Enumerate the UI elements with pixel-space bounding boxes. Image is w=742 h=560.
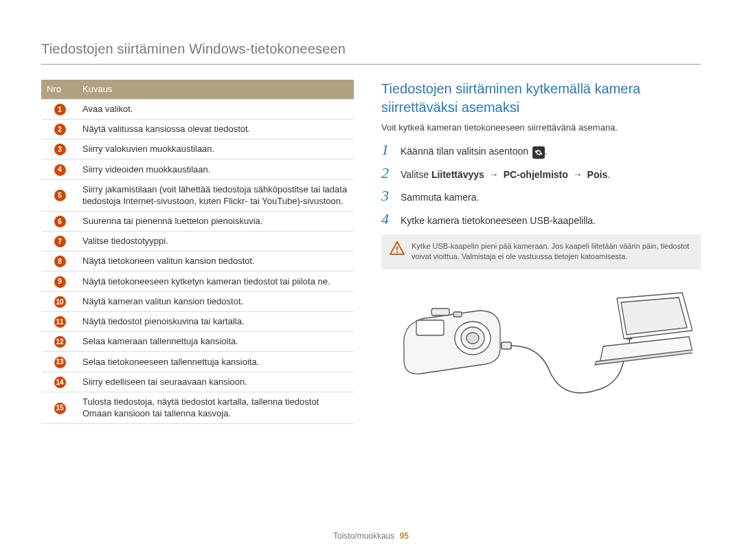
row-number-badge: 4 [54,164,66,176]
row-description: Siirry videoiden muokkaustilaan. [77,159,354,179]
footer-label: Toisto/muokkaus [333,531,394,541]
row-number-cell: 13 [41,352,77,372]
row-number-badge: 5 [54,190,66,201]
svg-point-1 [396,251,398,253]
warning-box: Kytke USB-kaapelin pieni pää kameraan. J… [381,234,701,269]
table-row: 11Näytä tiedostot pienoiskuvina tai kart… [41,311,354,331]
row-number-badge: 15 [54,403,66,414]
step-number: 2 [381,166,394,181]
row-number-cell: 7 [41,231,77,251]
row-number-cell: 4 [41,159,77,179]
row-number-cell: 8 [41,251,77,271]
warning-text: Kytke USB-kaapelin pieni pää kameraan. J… [412,241,693,262]
table-row: 4Siirry videoiden muokkaustilaan. [41,159,354,179]
row-description: Suurenna tai pienennä luettelon pienoisk… [77,211,354,231]
table-row: 13Selaa tietokoneeseen tallennettuja kan… [41,352,354,372]
step-text: Käännä tilan valitsin asentoon . [401,144,701,159]
row-number-badge: 6 [54,216,66,227]
row-number-badge: 2 [54,124,66,135]
table-row: 10Näytä kameran valitun kansion tiedosto… [41,291,354,311]
table-row: 7Valitse tiedostotyyppi. [41,231,354,251]
row-number-badge: 8 [54,256,66,267]
row-number-cell: 9 [41,271,77,291]
step-item: 2Valitse Liitettävyys → PC-ohjelmisto → … [381,166,701,181]
row-description: Avaa valikot. [77,99,354,119]
table-row: 5Siirry jakamistilaan (voit lähettää tie… [41,179,354,211]
gear-icon [532,146,545,159]
table-row: 9Näytä tietokoneeseen kytketyn kameran t… [41,271,354,291]
svg-rect-8 [502,342,511,349]
table-row: 15Tulosta tiedostoja, näytä tiedostot ka… [41,392,354,423]
warning-icon [390,241,405,262]
row-number-cell: 10 [41,291,77,311]
step-text: Valitse Liitettävyys → PC-ohjelmisto → P… [401,168,701,181]
row-number-badge: 13 [54,357,66,368]
row-description: Näytä kameran valitun kansion tiedostot. [77,291,354,311]
description-table: Nro Kuvaus 1Avaa valikot.2Näytä valituss… [41,80,354,424]
footer-page: 95 [400,531,409,541]
row-description: Siirry valokuvien muokkaustilaan. [77,139,354,159]
step-number: 4 [381,212,394,227]
row-description: Näytä tiedostot pienoiskuvina tai kartal… [77,311,354,331]
svg-rect-7 [453,312,462,317]
step-number: 1 [381,142,394,157]
section-intro: Voit kytkeä kameran tietokoneeseen siirr… [381,122,701,133]
svg-rect-5 [416,320,444,335]
table-row: 12Selaa kameraan tallennettuja kansioita… [41,332,354,352]
row-number-cell: 12 [41,332,77,352]
camera-laptop-illustration [390,284,693,401]
row-description: Siirry edelliseen tai seuraavaan kansioo… [77,372,354,392]
row-description: Näytä valitussa kansiossa olevat tiedost… [77,119,354,139]
row-description: Näytä tietokoneeseen kytketyn kameran ti… [77,271,354,291]
table-row: 6Suurenna tai pienennä luettelon pienois… [41,211,354,231]
row-number-cell: 14 [41,372,77,392]
table-row: 1Avaa valikot. [41,99,354,119]
row-number-cell: 3 [41,139,77,159]
page-header: Tiedostojen siirtäminen Windows-tietokon… [41,41,701,65]
step-list: 1Käännä tilan valitsin asentoon .2Valits… [381,142,701,227]
row-number-cell: 2 [41,119,77,139]
row-description: Näytä tietokoneen valitun kansion tiedos… [77,251,354,271]
svg-rect-6 [431,309,449,315]
row-number-cell: 15 [41,392,77,423]
row-number-cell: 6 [41,211,77,231]
row-number-badge: 11 [54,316,66,328]
row-description: Selaa tietokoneeseen tallennettuja kansi… [77,352,354,372]
table-row: 14Siirry edelliseen tai seuraavaan kansi… [41,372,354,392]
row-number-badge: 10 [54,296,66,308]
step-item: 4Kytke kamera tietokoneeseen USB-kaapeli… [381,212,701,227]
row-number-cell: 1 [41,99,77,119]
table-column: Nro Kuvaus 1Avaa valikot.2Näytä valituss… [41,80,354,424]
row-number-badge: 12 [54,336,66,348]
svg-point-4 [466,333,479,344]
th-kuvaus: Kuvaus [77,80,354,99]
row-description: Tulosta tiedostoja, näytä tiedostot kart… [77,392,354,423]
illustration [381,284,701,401]
row-description: Valitse tiedostotyyppi. [77,231,354,251]
row-description: Selaa kameraan tallennettuja kansioita. [77,332,354,352]
table-row: 3Siirry valokuvien muokkaustilaan. [41,139,354,159]
row-number-cell: 11 [41,311,77,331]
table-row: 2Näytä valitussa kansiossa olevat tiedos… [41,119,354,139]
row-number-badge: 1 [54,104,66,115]
row-description: Siirry jakamistilaan (voit lähettää tied… [77,179,354,211]
row-number-badge: 9 [54,276,66,288]
row-number-badge: 14 [54,377,66,388]
step-item: 1Käännä tilan valitsin asentoon . [381,142,701,159]
section-title: Tiedostojen siirtäminen kytkemällä kamer… [381,80,701,117]
row-number-badge: 3 [54,144,66,155]
step-text: Sammuta kamera. [401,190,701,204]
content-column: Tiedostojen siirtäminen kytkemällä kamer… [381,80,701,424]
step-text: Kytke kamera tietokoneeseen USB-kaapelil… [401,214,701,227]
th-nro: Nro [41,80,77,99]
step-number: 3 [381,188,394,203]
row-number-badge: 7 [54,236,66,247]
row-number-cell: 5 [41,179,77,211]
table-row: 8Näytä tietokoneen valitun kansion tiedo… [41,251,354,271]
page-footer: Toisto/muokkaus 95 [0,531,742,541]
step-item: 3Sammuta kamera. [381,188,701,204]
